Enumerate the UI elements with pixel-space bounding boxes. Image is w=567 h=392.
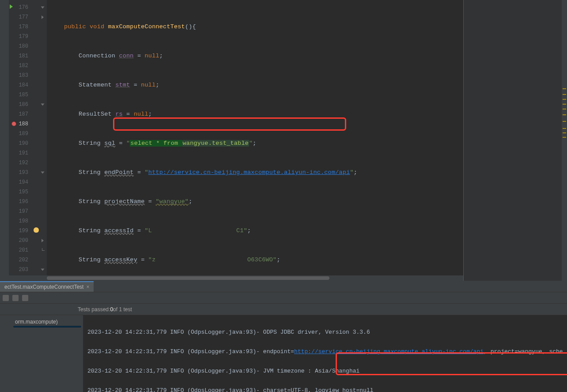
line-number: 191 xyxy=(19,150,28,156)
line-number: 199 xyxy=(19,228,28,234)
log-line: 2023-12-20 14:22:31,779 INFO (OdpsLogger… xyxy=(87,366,563,376)
splitter[interactable] xyxy=(463,0,464,275)
line-number: 176 xyxy=(19,4,28,11)
line-number: 197 xyxy=(19,208,28,215)
tab-label: ectTest.maxComputeConnectTest xyxy=(4,284,83,290)
line-number: 186 xyxy=(19,102,28,108)
line-number: 196 xyxy=(19,199,28,205)
line-number: 193 xyxy=(19,170,28,176)
line-number: 202 xyxy=(19,257,28,263)
tests-passed-label: Tests passed: xyxy=(78,306,110,313)
line-number: 179 xyxy=(19,34,28,40)
secondary-editor-pane[interactable] xyxy=(464,0,567,275)
line-number: 187 xyxy=(19,111,28,117)
gutter-icons-column xyxy=(33,0,41,275)
line-number: 184 xyxy=(19,82,28,88)
tests-passed-count: 0 xyxy=(110,306,113,313)
error-stripe[interactable] xyxy=(562,0,567,275)
line-number: 194 xyxy=(19,179,28,185)
close-icon[interactable]: × xyxy=(86,284,89,290)
log-line: 2023-12-20 14:22:31,779 INFO (OdpsLogger… xyxy=(87,386,563,392)
log-line: 2023-12-20 14:22:31,779 INFO (OdpsLogger… xyxy=(87,328,563,337)
annotation-highlight-box xyxy=(113,117,346,131)
intention-bulb-icon[interactable] xyxy=(34,227,39,233)
fold-toggle-icon[interactable] xyxy=(42,239,44,242)
run-tool-window: ectTest.maxComputeConnectTest × Tests pa… xyxy=(0,281,567,392)
fold-end-icon[interactable] xyxy=(42,248,45,251)
fold-toggle-icon[interactable] xyxy=(41,269,45,271)
line-number: 190 xyxy=(19,140,28,147)
project-tool-strip[interactable] xyxy=(0,0,9,281)
line-number: 192 xyxy=(19,160,28,166)
line-number: 180 xyxy=(19,43,28,49)
fold-column[interactable] xyxy=(41,0,47,275)
run-tabs: ectTest.maxComputeConnectTest × xyxy=(0,281,567,292)
fold-toggle-icon[interactable] xyxy=(41,104,45,106)
test-tree[interactable]: orm.maxcompute) xyxy=(11,315,83,392)
run-left-toolbar[interactable] xyxy=(0,315,11,392)
fold-toggle-icon[interactable] xyxy=(41,7,45,9)
line-number: 189 xyxy=(19,131,28,137)
expand-all-icon[interactable] xyxy=(12,295,19,301)
tests-total-label: of 1 test xyxy=(113,306,132,313)
run-gutter-icon[interactable] xyxy=(10,4,13,9)
console-output[interactable]: 2023-12-20 14:22:31,779 INFO (OdpsLogger… xyxy=(83,315,567,392)
line-number: 188 xyxy=(19,121,28,127)
breakpoint-icon[interactable] xyxy=(11,121,16,126)
line-number: 198 xyxy=(19,218,28,224)
line-number: 178 xyxy=(19,24,28,30)
line-number: 182 xyxy=(19,63,28,69)
line-number: 185 xyxy=(19,92,28,98)
line-number: 200 xyxy=(19,237,28,244)
line-number: 201 xyxy=(19,247,28,253)
test-status-bar: Tests passed: 0 of 1 test xyxy=(0,304,567,315)
collapse-all-icon[interactable] xyxy=(22,295,28,301)
line-number-gutter[interactable]: 176 177 178 179 180 181 182 183 184 185 … xyxy=(9,0,33,275)
line-number: 195 xyxy=(19,189,28,195)
filter-icon[interactable] xyxy=(3,295,9,301)
fold-toggle-icon[interactable] xyxy=(42,15,44,19)
log-line: 2023-12-20 14:22:31,779 INFO (OdpsLogger… xyxy=(87,347,563,357)
line-number: 183 xyxy=(19,72,28,79)
line-number: 203 xyxy=(19,267,28,273)
run-toolbar xyxy=(0,292,567,304)
scrollbar-thumb[interactable] xyxy=(47,276,329,280)
tree-node-selected[interactable] xyxy=(13,326,81,328)
tree-node[interactable]: orm.maxcompute) xyxy=(13,318,81,326)
line-number: 177 xyxy=(19,14,28,20)
run-tab-active[interactable]: ectTest.maxComputeConnectTest × xyxy=(0,281,94,292)
line-number: 181 xyxy=(19,53,28,59)
fold-toggle-icon[interactable] xyxy=(41,172,45,174)
